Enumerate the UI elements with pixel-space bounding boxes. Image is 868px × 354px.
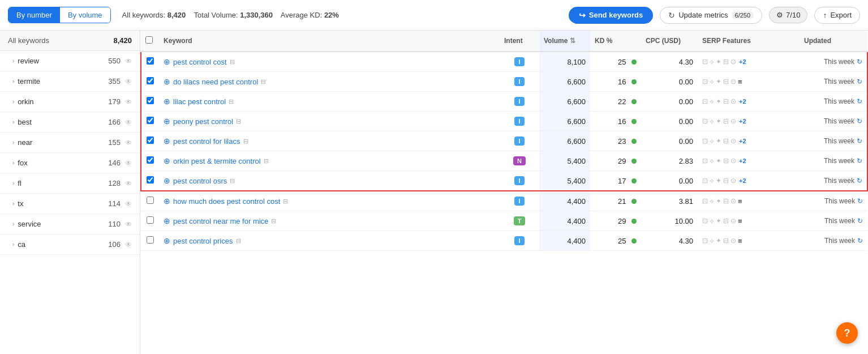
eye-icon[interactable]: 👁 xyxy=(125,118,132,126)
volume-value: 8,100 xyxy=(567,58,586,66)
eye-icon[interactable]: 👁 xyxy=(125,241,132,249)
row-checkbox[interactable] xyxy=(147,77,154,84)
keyword-link[interactable]: ⊕ pest control prices ⊟ xyxy=(164,236,495,245)
eye-icon[interactable]: 👁 xyxy=(125,200,132,208)
refresh-icon[interactable]: ↻ xyxy=(857,58,862,66)
sidebar-item-termite[interactable]: › termite 355 👁 xyxy=(0,71,140,92)
serp-icon-3: ✦ xyxy=(716,157,721,165)
serp-icon-5: ⊙ xyxy=(731,137,736,145)
keyword-table-icon: ⊟ xyxy=(229,98,234,105)
row-checkbox[interactable] xyxy=(147,57,154,65)
refresh-icon[interactable]: ↻ xyxy=(857,157,862,165)
updated-label: This week xyxy=(824,197,855,205)
sidebar-item-best[interactable]: › best 166 👁 xyxy=(0,112,140,133)
row-checkbox[interactable] xyxy=(147,216,154,224)
updated-cell: This week ↻ xyxy=(804,117,862,125)
chevron-icon: › xyxy=(12,58,14,64)
serp-icon-4: ⊟ xyxy=(723,137,729,145)
refresh-icon[interactable]: ↻ xyxy=(857,237,863,245)
eye-icon[interactable]: 👁 xyxy=(125,78,132,86)
keyword-link[interactable]: ⊕ pest control for lilacs ⊟ xyxy=(164,137,495,146)
eye-icon[interactable]: 👁 xyxy=(125,98,132,106)
volume-value: 5,400 xyxy=(567,177,586,185)
by-number-toggle[interactable]: By number xyxy=(8,7,60,23)
sidebar-item-fl[interactable]: › fl 128 👁 xyxy=(0,173,140,194)
refresh-icon[interactable]: ↻ xyxy=(857,78,862,86)
keyword-table-icon: ⊟ xyxy=(230,177,235,185)
row-checkbox[interactable] xyxy=(147,156,154,164)
kd-value: 29 xyxy=(618,217,626,225)
chevron-icon: › xyxy=(12,119,14,125)
updated-cell: This week ↻ xyxy=(804,157,862,165)
serp-icon-3: ✦ xyxy=(716,237,721,245)
cpc-value: 4.30 xyxy=(679,237,693,245)
eye-icon[interactable]: 👁 xyxy=(125,180,132,187)
sidebar-item-near[interactable]: › near 155 👁 xyxy=(0,133,140,153)
refresh-icon[interactable]: ↻ xyxy=(857,97,862,105)
main-layout: All keywords 8,420 › review 550 👁 › term… xyxy=(0,31,868,354)
serp-icon-3: ✦ xyxy=(716,97,721,105)
serp-column-header: SERP Features xyxy=(698,31,800,52)
keyword-link[interactable]: ⊕ do lilacs need pest control ⊟ xyxy=(164,77,495,86)
volume-value: 4,400 xyxy=(567,237,586,245)
plus-icon: ⊕ xyxy=(164,236,170,245)
eye-icon[interactable]: 👁 xyxy=(125,57,132,65)
sidebar-item-ca[interactable]: › ca 106 👁 xyxy=(0,234,140,255)
serp-icon-1: ⊡ xyxy=(702,237,708,245)
eye-icon[interactable]: 👁 xyxy=(125,220,132,228)
serp-feature-icons: ⊡ ⟡ ✦ ⊟ ⊙ ≡ xyxy=(702,197,795,206)
eye-icon[interactable]: 👁 xyxy=(125,159,132,167)
export-button[interactable]: Export xyxy=(814,7,860,24)
table-area: Keyword Intent Volume ⇅ KD % CPC (USD) S… xyxy=(140,31,868,354)
row-checkbox[interactable] xyxy=(147,137,154,144)
select-all-checkbox[interactable] xyxy=(145,36,153,44)
cpc-value: 2.83 xyxy=(679,157,693,165)
keyword-link[interactable]: ⊕ peony pest control ⊟ xyxy=(164,117,495,126)
keyword-link[interactable]: ⊕ pest control osrs ⊟ xyxy=(164,176,495,185)
serp-icon-2: ⟡ xyxy=(710,117,714,125)
refresh-icon[interactable]: ↻ xyxy=(857,197,863,205)
serp-icon-3: ✦ xyxy=(716,137,721,145)
sidebar-item-orkin[interactable]: › orkin 179 👁 xyxy=(0,92,140,112)
row-checkbox[interactable] xyxy=(147,117,154,124)
cpc-value: 0.00 xyxy=(679,177,693,185)
refresh-icon[interactable]: ↻ xyxy=(857,217,863,225)
sidebar-item-service[interactable]: › service 110 👁 xyxy=(0,214,140,234)
refresh-icon[interactable]: ↻ xyxy=(857,177,862,185)
keyword-link[interactable]: ⊕ pest control cost ⊟ xyxy=(164,57,495,66)
sidebar-item-tx[interactable]: › tx 114 👁 xyxy=(0,194,140,214)
cpc-value: 0.00 xyxy=(679,137,693,146)
serp-plus-badge: +2 xyxy=(739,58,746,65)
refresh-icon[interactable]: ↻ xyxy=(857,137,862,145)
row-checkbox[interactable] xyxy=(147,176,154,184)
eye-icon[interactable]: 👁 xyxy=(125,139,132,147)
help-button[interactable]: ? xyxy=(836,322,858,344)
row-checkbox[interactable] xyxy=(147,197,154,204)
keyword-link[interactable]: ⊕ orkin pest & termite control ⊟ xyxy=(164,156,495,165)
sidebar-item-fox[interactable]: › fox 146 👁 xyxy=(0,153,140,173)
intent-badge: N xyxy=(513,156,526,165)
updated-label: This week xyxy=(824,117,854,125)
by-volume-toggle[interactable]: By volume xyxy=(60,7,110,23)
keyword-link[interactable]: ⊕ pest control near me for mice ⊟ xyxy=(164,216,495,225)
row-checkbox[interactable] xyxy=(147,97,154,104)
sidebar-item-count: 110 xyxy=(108,220,121,228)
row-checkbox[interactable] xyxy=(147,236,154,244)
serp-icon-4: ⊟ xyxy=(723,197,729,205)
chevron-icon: › xyxy=(12,221,14,227)
updated-label: This week xyxy=(824,137,854,145)
keyword-link[interactable]: ⊕ how much does pest control cost ⊟ xyxy=(164,197,495,206)
serp-icon-1: ⊡ xyxy=(702,197,708,205)
cpc-value: 10.00 xyxy=(674,217,693,225)
serp-icon-4: ⊟ xyxy=(723,97,729,105)
keyword-table-icon: ⊟ xyxy=(264,157,269,165)
volume-column-header[interactable]: Volume ⇅ xyxy=(539,31,590,52)
settings-badge[interactable]: ⚙ 7/10 xyxy=(769,7,807,23)
kd-value: 21 xyxy=(618,197,626,206)
keyword-link[interactable]: ⊕ lilac pest control ⊟ xyxy=(164,97,495,106)
update-metrics-button[interactable]: Update metrics 6/250 xyxy=(660,7,762,24)
refresh-icon[interactable]: ↻ xyxy=(857,117,862,125)
send-keywords-button[interactable]: Send keywords xyxy=(569,7,653,24)
intent-badge: T xyxy=(514,216,526,225)
sidebar-item-review[interactable]: › review 550 👁 xyxy=(0,51,140,71)
